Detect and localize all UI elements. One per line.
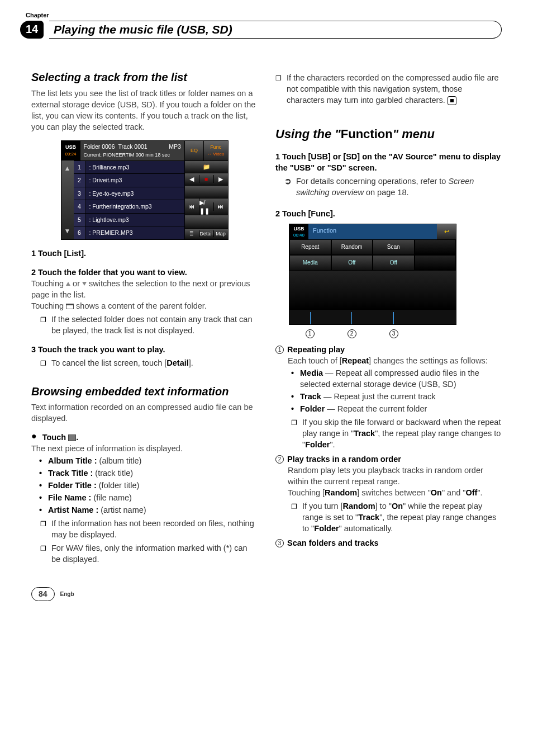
track-list-screenshot: USB 09:24 Folder 0006 Track 0001 MP3 Cur… <box>61 140 229 240</box>
info-item: Album Title : (album title) <box>48 455 258 466</box>
garble-note: If the characters recorded on the compre… <box>287 72 502 106</box>
note-icon <box>40 357 46 368</box>
note-icon <box>40 314 46 336</box>
info-note-1: If the information has not been recorded… <box>51 518 258 540</box>
track-row-title[interactable]: : Brilliance.mp3 <box>86 161 184 173</box>
func-col-header[interactable]: Repeat <box>289 239 331 255</box>
circ-1-icon: 1 <box>275 346 284 354</box>
folder-up-icon[interactable]: 📁 <box>203 163 210 171</box>
info-item: Folder Title : (folder title) <box>48 480 258 491</box>
circ-2-icon: 2 <box>275 455 284 464</box>
shot1-time: 09:24 <box>65 151 76 157</box>
t: . <box>76 433 78 442</box>
t: Repeat <box>342 356 369 365</box>
map-button[interactable]: Map <box>213 230 228 237</box>
list-icon[interactable]: ≣ <box>185 230 199 237</box>
t: shows a content of the parent folder. <box>74 301 207 310</box>
shot1-usb-badge: USB 09:24 <box>61 141 80 160</box>
shot1-func-button[interactable]: Func <box>207 144 225 150</box>
func-col-header[interactable]: Scan <box>373 239 415 255</box>
t: " <box>393 127 398 141</box>
prev-track-icon[interactable]: ⏮ <box>185 202 199 210</box>
item-2: 2Play tracks in a random order <box>275 453 502 465</box>
page-down-icon[interactable]: ▼ <box>64 226 71 236</box>
chapter-title-wrap: Playing the music file (USB, SD) <box>49 21 502 39</box>
info-item: Track Title : (track title) <box>48 467 258 479</box>
callout-numbers: 1 2 3 0 <box>289 329 456 338</box>
nav-left-icon[interactable]: ◀ <box>185 175 199 183</box>
t: on page 18. <box>364 188 409 197</box>
note-icon <box>40 518 46 540</box>
nav-right-icon[interactable]: ▶ <box>213 175 228 183</box>
page-footer: 84 Engb <box>31 587 502 601</box>
shot1-eq-button[interactable]: EQ <box>184 141 203 160</box>
note-icon <box>291 500 297 534</box>
t: If the characters recorded on the compre… <box>287 73 499 105</box>
random-note: If you turn [Random] to "On" while the r… <box>302 500 502 534</box>
repeat-item: Folder — Repeat the current folder <box>300 403 502 414</box>
note-icon <box>291 417 297 450</box>
item-3: 3Scan folders and tracks <box>275 537 502 549</box>
browsing-intro: Text information recorded on an compress… <box>31 401 258 424</box>
t: Touching <box>31 301 66 310</box>
t: Function <box>341 127 393 141</box>
detail-button[interactable]: Detail <box>199 230 213 237</box>
info-note-2: For WAV files, only the information mark… <box>51 542 258 565</box>
func-col-value: Off <box>373 255 415 271</box>
t: ". <box>477 488 482 497</box>
step-3-note: To cancel the list screen, touch [Detail… <box>51 357 193 368</box>
shot2-usb-label: USB <box>293 225 304 232</box>
track-row-num: 3 <box>74 187 86 200</box>
end-mark-icon <box>448 96 456 105</box>
t: Touching [ <box>288 488 325 497</box>
nav-stop-icon[interactable]: ■ <box>199 175 213 183</box>
t: Folder <box>314 524 339 533</box>
repeat-item: Media — Repeat all compressed audio file… <box>300 367 502 390</box>
circ-3-icon: 3 <box>275 539 284 547</box>
t: Folder <box>305 440 330 449</box>
play-pause-icon[interactable]: ▶/❚❚ <box>199 199 213 215</box>
track-row-title[interactable]: : Eye-to-eye.mp3 <box>86 187 184 200</box>
language-code: Engb <box>60 590 74 598</box>
info-item: File Name : (file name) <box>48 492 258 503</box>
right-column: If the characters recorded on the compre… <box>275 70 502 565</box>
func-col-header[interactable]: Random <box>331 239 373 255</box>
t: To cancel the list screen, touch [ <box>51 358 166 367</box>
func-col-value: Off <box>331 255 373 271</box>
callout-3: 3 <box>389 329 398 338</box>
t: On <box>392 502 403 511</box>
t: Using the <box>275 127 335 141</box>
t: Track <box>354 429 375 438</box>
next-track-icon[interactable]: ⏭ <box>213 202 228 210</box>
track-row-title[interactable]: : Lightlove.mp3 <box>86 214 184 226</box>
track-row-num: 4 <box>74 200 86 212</box>
track-row-title[interactable]: : Driveit.mp3 <box>86 174 184 186</box>
t: Off <box>465 488 477 497</box>
up-arrow-icon <box>66 282 70 286</box>
back-icon[interactable]: ↩ <box>437 224 456 239</box>
chapter-label: Chapter <box>26 11 502 20</box>
t: " automatically. <box>339 524 393 533</box>
t: Touch <box>42 433 68 442</box>
note-icon <box>40 542 46 565</box>
repeat-list: Media — Repeat all compressed audio file… <box>275 367 502 414</box>
step-2-sub-a: Touching or switches the selection to th… <box>31 278 258 300</box>
heading-browsing: Browsing embedded text information <box>31 384 258 400</box>
random-desc-2: Touching [Random] switches between "On" … <box>275 487 502 498</box>
t: Detail <box>166 358 189 367</box>
step-3: 3 Touch the track you want to play. <box>31 344 258 355</box>
info-list: Album Title : (album title)Track Title :… <box>31 455 258 516</box>
chapter-number-badge: 14 <box>20 21 44 39</box>
track-row-title[interactable]: : PREMIER.MP3 <box>86 226 184 239</box>
info-list-icon <box>68 434 76 441</box>
func-col-value: Media <box>289 255 331 271</box>
parent-folder-icon <box>66 304 74 309</box>
item-1: 1Repeating play <box>275 344 502 355</box>
refer-icon: ➲ <box>284 176 292 198</box>
down-arrow-icon <box>82 282 87 286</box>
step-2-sub-b: Touching shows a content of the parent f… <box>31 300 258 311</box>
track-row-title[interactable]: : Furtherintegration.mp3 <box>86 200 184 212</box>
next-info: The next piece of information is display… <box>31 443 258 454</box>
page-up-icon[interactable]: ▲ <box>64 164 71 173</box>
chapter-title: Playing the music file (USB, SD) <box>54 22 232 38</box>
